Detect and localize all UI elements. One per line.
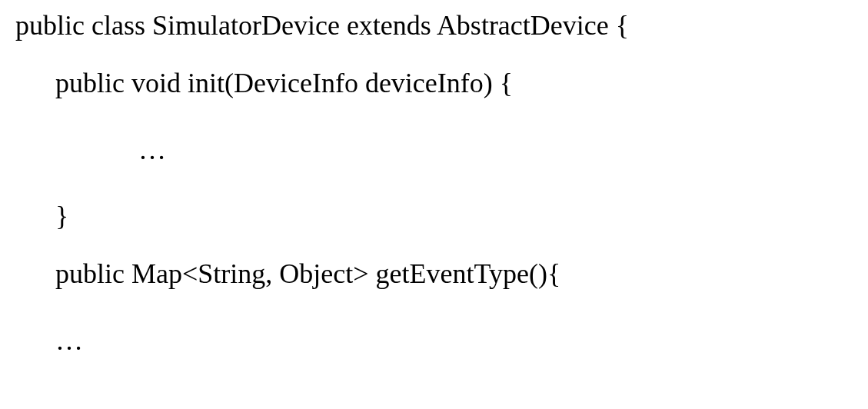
- code-block: public class SimulatorDevice extends Abs…: [0, 0, 868, 367]
- code-line-class-decl: public class SimulatorDevice extends Abs…: [15, 8, 853, 44]
- code-line-method-init: public void init(DeviceInfo deviceInfo) …: [15, 65, 853, 101]
- code-line-method-geteventtype: public Map<String, Object> getEventType(…: [15, 256, 853, 292]
- code-line-ellipsis-2: …: [15, 323, 853, 359]
- code-line-ellipsis-1: …: [15, 132, 853, 168]
- code-line-close-brace: }: [15, 198, 853, 234]
